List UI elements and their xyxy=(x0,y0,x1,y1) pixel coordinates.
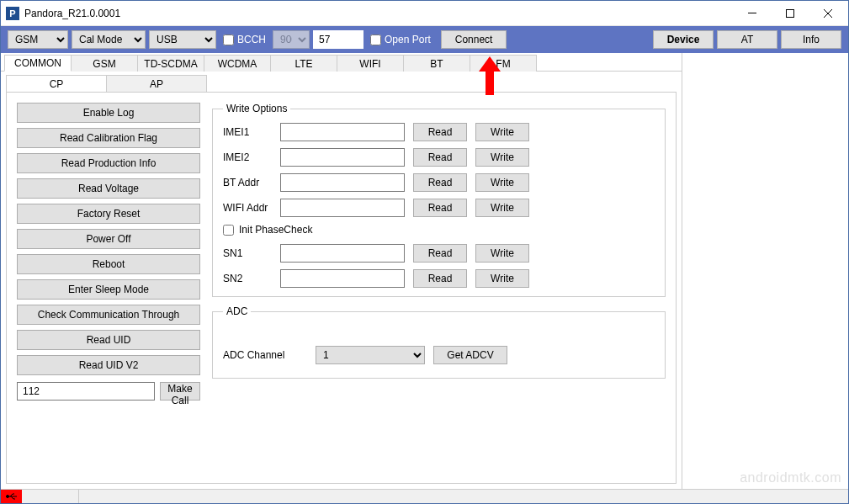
connect-button[interactable]: Connect xyxy=(441,30,507,49)
tab-fm[interactable]: FM xyxy=(470,55,537,72)
enter-sleep-mode-button[interactable]: Enter Sleep Mode xyxy=(17,279,200,300)
bcch-checkbox[interactable] xyxy=(223,34,234,45)
write-options-legend: Write Options xyxy=(223,103,290,114)
bt-addr-input[interactable] xyxy=(280,173,405,192)
tab-gsm[interactable]: GSM xyxy=(71,55,138,72)
read-uid-v2-button[interactable]: Read UID V2 xyxy=(17,355,200,375)
sn1-label: SN1 xyxy=(223,247,272,259)
open-port-checkbox[interactable] xyxy=(370,34,381,45)
write-options-group: Write Options IMEI1 Read Write IMEI2 Rea… xyxy=(212,103,666,297)
svg-rect-0 xyxy=(748,13,756,13)
wifi-addr-input[interactable] xyxy=(280,199,405,217)
main-area: COMMON GSM TD-SCDMA WCDMA LTE WIFI BT FM… xyxy=(1,53,848,489)
sn2-write-button[interactable]: Write xyxy=(475,269,529,288)
tab-wifi[interactable]: WIFI xyxy=(337,55,404,72)
bt-addr-read-button[interactable]: Read xyxy=(413,173,467,192)
imei1-input[interactable] xyxy=(280,123,405,141)
title-bar: P Pandora_R21.0.0001 xyxy=(1,1,848,26)
call-number-input[interactable] xyxy=(17,382,155,401)
maximize-button[interactable] xyxy=(771,2,809,25)
bt-addr-write-button[interactable]: Write xyxy=(475,173,529,192)
window-title: Pandora_R21.0.0001 xyxy=(24,8,733,19)
imei1-write-button[interactable]: Write xyxy=(475,123,529,141)
imei1-read-button[interactable]: Read xyxy=(413,123,467,141)
power-off-button[interactable]: Power Off xyxy=(17,229,200,249)
log-panel: androidmtk.com xyxy=(682,53,848,489)
read-calibration-flag-button[interactable]: Read Calibration Flag xyxy=(17,128,200,148)
connection-select[interactable]: USB xyxy=(149,30,216,49)
tab-tdscdma[interactable]: TD-SCDMA xyxy=(137,55,204,72)
get-adcv-button[interactable]: Get ADCV xyxy=(433,346,507,364)
port-input[interactable] xyxy=(313,30,363,49)
cp-panel: Enable Log Read Calibration Flag Read Pr… xyxy=(6,92,677,484)
open-port-label: Open Port xyxy=(385,34,431,45)
reboot-button[interactable]: Reboot xyxy=(17,254,200,274)
bcch-checkbox-wrap[interactable]: BCCH xyxy=(223,34,266,45)
sn2-input[interactable] xyxy=(280,269,405,288)
tab-bt[interactable]: BT xyxy=(403,55,470,72)
tab-common[interactable]: COMMON xyxy=(4,55,72,72)
imei2-read-button[interactable]: Read xyxy=(413,148,467,167)
read-uid-button[interactable]: Read UID xyxy=(17,330,200,350)
read-voltage-button[interactable]: Read Voltage xyxy=(17,178,200,199)
open-port-checkbox-wrap[interactable]: Open Port xyxy=(370,34,431,45)
cal-mode-select[interactable]: Cal Mode xyxy=(72,30,146,49)
svg-rect-1 xyxy=(786,9,793,17)
info-button[interactable]: Info xyxy=(781,30,841,49)
read-production-info-button[interactable]: Read Production Info xyxy=(17,153,200,173)
svg-point-5 xyxy=(6,496,8,498)
sn1-read-button[interactable]: Read xyxy=(413,244,467,263)
wifi-addr-label: WIFI Addr xyxy=(223,202,272,214)
watermark: androidmtk.com xyxy=(740,470,841,485)
tab-cp[interactable]: CP xyxy=(6,75,107,92)
action-buttons-column: Enable Log Read Calibration Flag Read Pr… xyxy=(17,103,200,473)
imei2-write-button[interactable]: Write xyxy=(475,148,529,167)
make-call-button[interactable]: Make Call xyxy=(160,382,200,401)
adc-group: ADC ADC Channel 1 Get ADCV xyxy=(212,305,666,379)
adc-legend: ADC xyxy=(223,305,251,317)
check-communication-button[interactable]: Check Communication Through xyxy=(17,305,200,325)
sn1-input[interactable] xyxy=(280,244,405,263)
usb-status-icon xyxy=(1,490,22,503)
tab-content: CP AP Enable Log Read Calibration Flag R… xyxy=(1,72,682,489)
close-button[interactable] xyxy=(809,2,846,25)
init-phasecheck-label: Init PhaseCheck xyxy=(239,224,312,236)
toolbar: GSM Cal Mode USB BCCH 900 Open Port Conn… xyxy=(1,26,848,53)
bcch-value-select: 900 xyxy=(273,30,310,49)
tab-wcdma[interactable]: WCDMA xyxy=(204,55,271,72)
sub-tabs: CP AP xyxy=(6,73,677,92)
device-button[interactable]: Device xyxy=(653,30,714,49)
protocol-tabs: COMMON GSM TD-SCDMA WCDMA LTE WIFI BT FM xyxy=(1,53,682,72)
bcch-label: BCCH xyxy=(237,34,266,45)
sn2-label: SN2 xyxy=(223,273,272,284)
minimize-button[interactable] xyxy=(733,2,771,25)
bt-addr-label: BT Addr xyxy=(223,177,272,188)
sn2-read-button[interactable]: Read xyxy=(413,269,467,288)
status-bar xyxy=(1,489,848,503)
tab-lte[interactable]: LTE xyxy=(270,55,337,72)
wifi-addr-write-button[interactable]: Write xyxy=(475,199,529,217)
factory-reset-button[interactable]: Factory Reset xyxy=(17,204,200,224)
imei2-input[interactable] xyxy=(280,148,405,167)
enable-log-button[interactable]: Enable Log xyxy=(17,103,200,123)
adc-channel-label: ADC Channel xyxy=(223,349,307,361)
wifi-addr-read-button[interactable]: Read xyxy=(413,199,467,217)
adc-channel-select[interactable]: 1 xyxy=(316,346,425,364)
sn1-write-button[interactable]: Write xyxy=(475,244,529,263)
status-cell-1 xyxy=(22,490,79,503)
app-icon: P xyxy=(6,7,19,20)
tab-ap[interactable]: AP xyxy=(106,75,207,92)
mode-select[interactable]: GSM xyxy=(8,30,68,49)
init-phasecheck-checkbox[interactable] xyxy=(223,225,234,236)
imei2-label: IMEI2 xyxy=(223,151,272,163)
at-button[interactable]: AT xyxy=(717,30,777,49)
imei1-label: IMEI1 xyxy=(223,126,272,138)
left-panel: COMMON GSM TD-SCDMA WCDMA LTE WIFI BT FM… xyxy=(1,53,682,489)
right-groups: Write Options IMEI1 Read Write IMEI2 Rea… xyxy=(212,103,666,473)
